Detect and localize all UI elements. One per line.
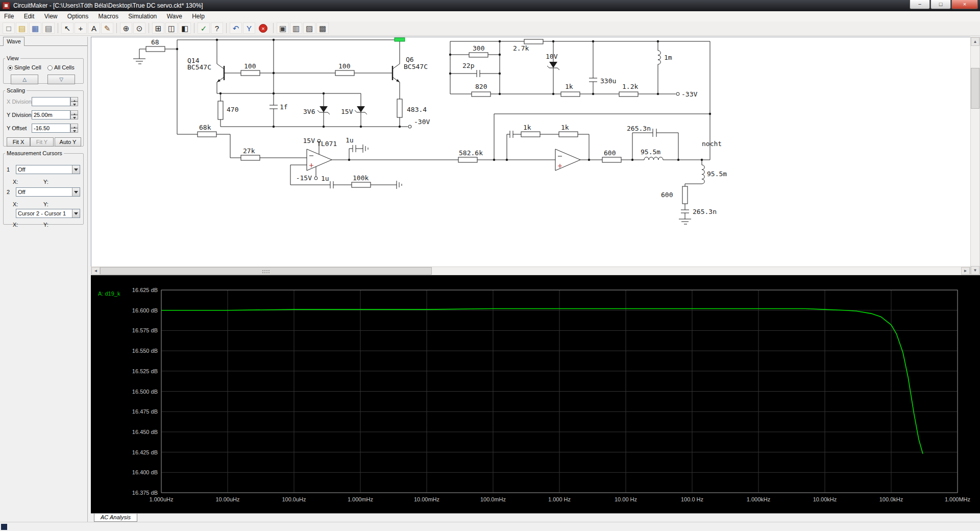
label-opamp1: TL071: [317, 140, 337, 148]
new-file-icon[interactable]: □: [3, 22, 15, 34]
label-r1k2: 1.2k: [622, 83, 638, 90]
scaling-group: Scaling X Division Y Division Y Offset F…: [3, 87, 84, 147]
terminal-circles[interactable]: [314, 92, 679, 180]
x-tick-label: 1.000MHz: [945, 496, 970, 502]
zoom-in-icon[interactable]: ⊕: [120, 22, 132, 34]
wave-previous-button[interactable]: △: [11, 75, 38, 84]
minimize-button[interactable]: −: [910, 0, 930, 9]
x-division-spinner[interactable]: [70, 97, 78, 106]
cursor1-select[interactable]: Off: [16, 165, 80, 174]
zener-diodes[interactable]: [320, 62, 557, 112]
menu-simulation[interactable]: Simulation: [124, 11, 161, 21]
schematic-drawing[interactable]: 68 Q14 BC547C 100 100 Q6 BC547C 470 1f 3…: [91, 37, 970, 267]
cursor-icon[interactable]: ↖: [61, 22, 74, 34]
label-l95-series: 95.5m: [641, 148, 660, 156]
menu-file[interactable]: File: [0, 11, 18, 21]
label-c330u: 330u: [600, 77, 616, 85]
cursor-diff-select[interactable]: Cursor 2 - Cursor 1: [16, 209, 80, 218]
selected-wire-segment[interactable]: [395, 38, 405, 41]
cursor2-select[interactable]: Off: [16, 187, 80, 197]
wire-tool-icon[interactable]: +: [75, 22, 87, 34]
maximize-button[interactable]: □: [930, 0, 951, 9]
cursor-diff-y-label: Y:: [43, 222, 48, 228]
waveforms-icon[interactable]: ▩: [316, 22, 329, 34]
menu-wave[interactable]: Wave: [163, 11, 186, 21]
open-file-icon[interactable]: ▤: [16, 22, 28, 34]
run-icon[interactable]: ▨: [303, 22, 315, 34]
wave-plot[interactable]: 16.625 dB16.600 dB16.575 dB16.550 dB16.5…: [91, 275, 980, 513]
save-icon[interactable]: ▦: [29, 22, 41, 34]
radio-single-cell[interactable]: Single Cell: [8, 64, 41, 70]
cursor2-dropdown-arrow-icon[interactable]: [72, 188, 80, 196]
label-r100-left: 100: [244, 62, 256, 70]
auto-y-button[interactable]: Auto Y: [55, 137, 81, 147]
x-division-input[interactable]: [32, 97, 70, 106]
cursor1-dropdown-arrow-icon[interactable]: [72, 165, 80, 174]
label-c1f: 1f: [280, 103, 288, 111]
menu-options[interactable]: Options: [63, 11, 92, 21]
zoom-tool-icon[interactable]: ⊙: [133, 22, 145, 34]
schematic-vertical-scrollbar[interactable]: ▲ ▼: [970, 37, 980, 275]
label-r1k-fb2: 1k: [561, 124, 569, 131]
y-tick-label: 16.600 dB: [132, 307, 158, 313]
split-horizontal-icon[interactable]: ◫: [165, 22, 178, 34]
scroll-up-icon[interactable]: ▲: [971, 37, 979, 46]
print-icon[interactable]: ▤: [42, 22, 55, 34]
y-offset-spinner[interactable]: [70, 124, 78, 133]
undo-icon[interactable]: ↶: [230, 22, 242, 34]
vertical-scroll-thumb[interactable]: [971, 68, 979, 109]
pen-tool-icon[interactable]: ✎: [101, 22, 113, 34]
label-r100-right: 100: [338, 62, 350, 70]
toolbar-separator: [149, 23, 149, 33]
x-tick-label: 100.0 Hz: [681, 496, 703, 502]
close-button[interactable]: ×: [951, 0, 978, 9]
scroll-right-icon[interactable]: ►: [961, 267, 970, 275]
y-division-spinner[interactable]: [70, 110, 78, 119]
fit-page-icon[interactable]: ⊞: [152, 22, 164, 34]
text-tool-icon[interactable]: A: [88, 22, 100, 34]
waveform-panel[interactable]: A: d19_k 16.625 dB16.600 dB16.575 dB16.5…: [91, 275, 980, 513]
x-tick-label: 10.00 Hz: [615, 496, 637, 502]
x-tick-label: 100.0kHz: [879, 496, 903, 502]
label-r27k: 27k: [243, 147, 255, 155]
label-q6-part: BC547C: [404, 63, 428, 70]
stop-icon[interactable]: ×: [259, 24, 267, 33]
tab-wave[interactable]: Wave: [3, 37, 24, 46]
fit-y-button[interactable]: Fit Y: [30, 137, 54, 147]
tab-ac-analysis[interactable]: AC Analysis: [94, 514, 137, 522]
scaling-group-legend: Scaling: [5, 87, 27, 93]
fit-x-button[interactable]: Fit X: [7, 137, 30, 147]
label-r600-shunt: 600: [661, 191, 673, 199]
y-division-input[interactable]: [32, 110, 70, 119]
help-icon[interactable]: ?: [211, 22, 223, 34]
y-tick-label: 16.550 dB: [132, 348, 158, 354]
radio-all-cells[interactable]: All Cells: [47, 64, 75, 70]
schematic-canvas[interactable]: 68 Q14 BC547C 100 100 Q6 BC547C 470 1f 3…: [91, 37, 970, 267]
y-offset-input[interactable]: [32, 124, 70, 133]
menu-view[interactable]: View: [40, 11, 62, 21]
trace-legend[interactable]: A: d19_k: [98, 291, 120, 297]
schematic-horizontal-scrollbar[interactable]: ◄ ►: [91, 267, 970, 275]
split-vertical-icon[interactable]: ◧: [179, 22, 191, 34]
cursor-diff-dropdown-arrow-icon[interactable]: [72, 209, 80, 218]
y-tick-label: 16.575 dB: [132, 327, 158, 333]
y-tick-label: 16.450 dB: [132, 429, 158, 435]
check-errors-icon[interactable]: ✓: [198, 22, 210, 34]
scroll-left-icon[interactable]: ◄: [91, 267, 100, 275]
step-icon[interactable]: ▥: [290, 22, 302, 34]
x-tick-label: 1.000uHz: [149, 496, 173, 502]
menu-help[interactable]: Help: [188, 11, 209, 21]
x-tick-label: 10.00uHz: [215, 496, 239, 502]
junction-dots: [176, 39, 711, 161]
digital-mode-icon[interactable]: ▣: [277, 22, 289, 34]
menu-edit[interactable]: Edit: [20, 11, 39, 21]
measurement-cursors-legend: Measurement Cursors: [5, 150, 64, 156]
label-net-nocht: nocht: [702, 140, 722, 148]
status-bar: [0, 522, 980, 531]
scroll-down-icon[interactable]: ▼: [971, 266, 979, 275]
x-tick-label: 1.000mHz: [348, 496, 373, 502]
horizontal-scroll-thumb[interactable]: [100, 267, 432, 275]
wave-next-button[interactable]: ▽: [47, 75, 75, 84]
probe-icon[interactable]: Y: [243, 22, 255, 34]
menu-macros[interactable]: Macros: [94, 11, 122, 21]
